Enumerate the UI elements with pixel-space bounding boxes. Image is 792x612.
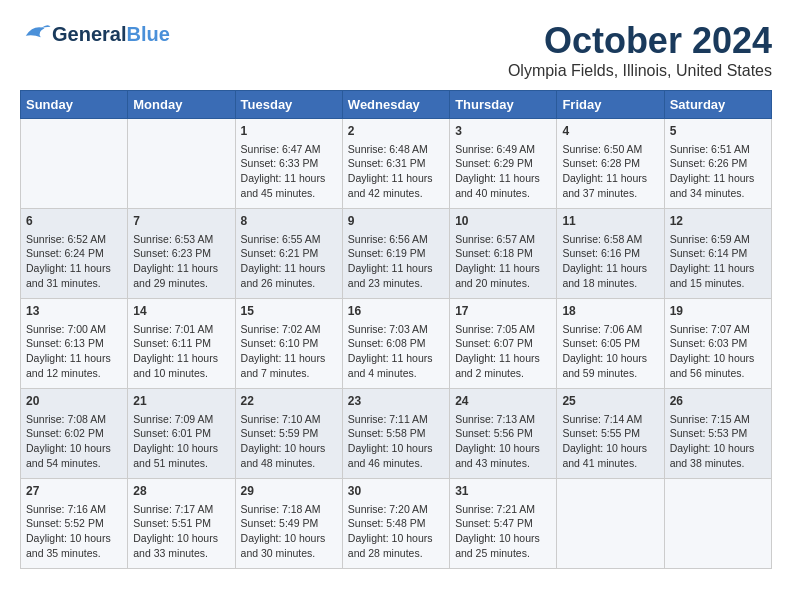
day-info: Daylight: 11 hours and 15 minutes.: [670, 261, 766, 290]
day-info: Sunrise: 7:08 AM: [26, 412, 122, 427]
day-number: 14: [133, 303, 229, 320]
day-number: 10: [455, 213, 551, 230]
day-info: Sunset: 6:07 PM: [455, 336, 551, 351]
day-number: 3: [455, 123, 551, 140]
day-info: Sunset: 5:47 PM: [455, 516, 551, 531]
day-header-tuesday: Tuesday: [235, 91, 342, 119]
day-info: Daylight: 11 hours and 4 minutes.: [348, 351, 444, 380]
day-info: Sunset: 6:18 PM: [455, 246, 551, 261]
day-info: Sunset: 6:24 PM: [26, 246, 122, 261]
calendar-cell: 22Sunrise: 7:10 AMSunset: 5:59 PMDayligh…: [235, 389, 342, 479]
page-header: GeneralBlue October 2024 Olympia Fields,…: [20, 20, 772, 80]
calendar-cell: 19Sunrise: 7:07 AMSunset: 6:03 PMDayligh…: [664, 299, 771, 389]
calendar-cell: [128, 119, 235, 209]
calendar-cell: 31Sunrise: 7:21 AMSunset: 5:47 PMDayligh…: [450, 479, 557, 569]
day-number: 13: [26, 303, 122, 320]
day-info: Sunrise: 7:14 AM: [562, 412, 658, 427]
day-number: 17: [455, 303, 551, 320]
day-info: Daylight: 11 hours and 26 minutes.: [241, 261, 337, 290]
calendar-cell: 21Sunrise: 7:09 AMSunset: 6:01 PMDayligh…: [128, 389, 235, 479]
day-info: Daylight: 10 hours and 28 minutes.: [348, 531, 444, 560]
day-header-saturday: Saturday: [664, 91, 771, 119]
day-info: Sunrise: 7:17 AM: [133, 502, 229, 517]
day-number: 9: [348, 213, 444, 230]
day-header-sunday: Sunday: [21, 91, 128, 119]
day-info: Sunset: 5:56 PM: [455, 426, 551, 441]
calendar-cell: 6Sunrise: 6:52 AMSunset: 6:24 PMDaylight…: [21, 209, 128, 299]
day-info: Sunset: 6:10 PM: [241, 336, 337, 351]
calendar-cell: 11Sunrise: 6:58 AMSunset: 6:16 PMDayligh…: [557, 209, 664, 299]
calendar-cell: 12Sunrise: 6:59 AMSunset: 6:14 PMDayligh…: [664, 209, 771, 299]
day-info: Daylight: 11 hours and 29 minutes.: [133, 261, 229, 290]
day-info: Sunrise: 7:11 AM: [348, 412, 444, 427]
day-number: 31: [455, 483, 551, 500]
calendar-cell: 18Sunrise: 7:06 AMSunset: 6:05 PMDayligh…: [557, 299, 664, 389]
day-info: Daylight: 10 hours and 46 minutes.: [348, 441, 444, 470]
day-number: 12: [670, 213, 766, 230]
day-info: Sunrise: 7:02 AM: [241, 322, 337, 337]
day-info: Sunset: 6:23 PM: [133, 246, 229, 261]
day-number: 20: [26, 393, 122, 410]
day-info: Sunset: 6:03 PM: [670, 336, 766, 351]
day-info: Sunrise: 7:16 AM: [26, 502, 122, 517]
day-info: Sunset: 6:14 PM: [670, 246, 766, 261]
calendar-cell: 3Sunrise: 6:49 AMSunset: 6:29 PMDaylight…: [450, 119, 557, 209]
calendar-cell: 2Sunrise: 6:48 AMSunset: 6:31 PMDaylight…: [342, 119, 449, 209]
day-info: Sunrise: 6:56 AM: [348, 232, 444, 247]
day-number: 15: [241, 303, 337, 320]
calendar-week-row: 27Sunrise: 7:16 AMSunset: 5:52 PMDayligh…: [21, 479, 772, 569]
day-info: Daylight: 10 hours and 41 minutes.: [562, 441, 658, 470]
day-info: Sunset: 5:48 PM: [348, 516, 444, 531]
day-info: Sunset: 5:51 PM: [133, 516, 229, 531]
day-number: 29: [241, 483, 337, 500]
day-number: 21: [133, 393, 229, 410]
day-info: Sunset: 6:33 PM: [241, 156, 337, 171]
day-info: Sunrise: 6:53 AM: [133, 232, 229, 247]
calendar-week-row: 13Sunrise: 7:00 AMSunset: 6:13 PMDayligh…: [21, 299, 772, 389]
day-info: Sunrise: 7:00 AM: [26, 322, 122, 337]
calendar-week-row: 20Sunrise: 7:08 AMSunset: 6:02 PMDayligh…: [21, 389, 772, 479]
day-info: Sunrise: 7:13 AM: [455, 412, 551, 427]
day-number: 24: [455, 393, 551, 410]
day-info: Daylight: 11 hours and 45 minutes.: [241, 171, 337, 200]
day-info: Sunset: 5:52 PM: [26, 516, 122, 531]
day-number: 4: [562, 123, 658, 140]
day-info: Daylight: 10 hours and 30 minutes.: [241, 531, 337, 560]
calendar-cell: 15Sunrise: 7:02 AMSunset: 6:10 PMDayligh…: [235, 299, 342, 389]
calendar-cell: 13Sunrise: 7:00 AMSunset: 6:13 PMDayligh…: [21, 299, 128, 389]
day-number: 18: [562, 303, 658, 320]
location: Olympia Fields, Illinois, United States: [508, 62, 772, 80]
day-info: Daylight: 10 hours and 51 minutes.: [133, 441, 229, 470]
day-info: Sunrise: 6:49 AM: [455, 142, 551, 157]
title-block: October 2024 Olympia Fields, Illinois, U…: [508, 20, 772, 80]
day-number: 27: [26, 483, 122, 500]
day-info: Sunrise: 6:55 AM: [241, 232, 337, 247]
day-info: Sunset: 6:31 PM: [348, 156, 444, 171]
calendar-cell: 25Sunrise: 7:14 AMSunset: 5:55 PMDayligh…: [557, 389, 664, 479]
calendar-cell: 28Sunrise: 7:17 AMSunset: 5:51 PMDayligh…: [128, 479, 235, 569]
day-number: 16: [348, 303, 444, 320]
calendar-cell: 7Sunrise: 6:53 AMSunset: 6:23 PMDaylight…: [128, 209, 235, 299]
day-info: Daylight: 11 hours and 7 minutes.: [241, 351, 337, 380]
day-info: Sunset: 5:59 PM: [241, 426, 337, 441]
day-info: Daylight: 11 hours and 40 minutes.: [455, 171, 551, 200]
day-info: Sunset: 6:08 PM: [348, 336, 444, 351]
day-info: Daylight: 10 hours and 59 minutes.: [562, 351, 658, 380]
calendar-cell: 14Sunrise: 7:01 AMSunset: 6:11 PMDayligh…: [128, 299, 235, 389]
day-number: 1: [241, 123, 337, 140]
day-info: Sunrise: 7:06 AM: [562, 322, 658, 337]
calendar-week-row: 1Sunrise: 6:47 AMSunset: 6:33 PMDaylight…: [21, 119, 772, 209]
day-header-wednesday: Wednesday: [342, 91, 449, 119]
day-number: 5: [670, 123, 766, 140]
calendar-cell: 23Sunrise: 7:11 AMSunset: 5:58 PMDayligh…: [342, 389, 449, 479]
calendar-cell: 30Sunrise: 7:20 AMSunset: 5:48 PMDayligh…: [342, 479, 449, 569]
day-info: Daylight: 11 hours and 42 minutes.: [348, 171, 444, 200]
day-info: Sunset: 6:05 PM: [562, 336, 658, 351]
day-info: Sunrise: 7:05 AM: [455, 322, 551, 337]
day-info: Sunrise: 7:21 AM: [455, 502, 551, 517]
day-info: Sunrise: 7:07 AM: [670, 322, 766, 337]
day-info: Sunset: 6:29 PM: [455, 156, 551, 171]
day-number: 26: [670, 393, 766, 410]
day-info: Sunset: 6:02 PM: [26, 426, 122, 441]
day-number: 30: [348, 483, 444, 500]
